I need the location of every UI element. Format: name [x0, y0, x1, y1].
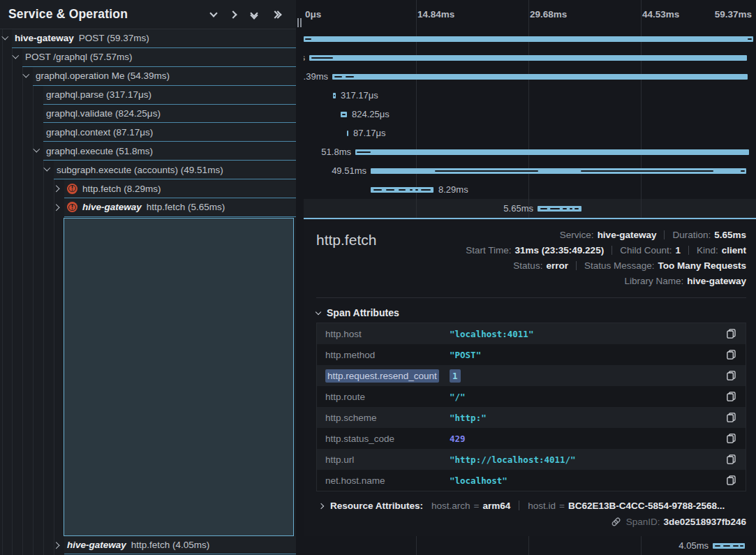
copy-button[interactable] — [725, 369, 737, 382]
copy-button[interactable] — [725, 411, 737, 424]
span-tree-row[interactable]: hive-gatewayPOST (59.37ms) — [12, 29, 296, 48]
attribute-row[interactable]: net.host.name"localhost" — [317, 470, 746, 491]
timeline-row: 8.29ms — [304, 180, 756, 199]
span-id-label: SpanID: — [626, 517, 660, 527]
span-bar[interactable] — [333, 93, 336, 98]
chevron-down-icon[interactable] — [34, 146, 40, 152]
span-tree-row[interactable]: graphql.parse (317.17μs) — [43, 86, 296, 105]
span-tree-panel: hive-gatewayPOST (59.37ms)POST /graphql … — [0, 0, 296, 555]
service-name: hive-gateway — [15, 33, 74, 43]
copy-button[interactable] — [725, 432, 737, 445]
chevron-down-icon[interactable] — [13, 52, 19, 59]
span-bar[interactable] — [538, 206, 581, 212]
attribute-key: http.route — [325, 392, 450, 402]
span-bar[interactable] — [371, 187, 433, 193]
duration-label: 51.8ms — [321, 142, 351, 161]
collapse-one-button[interactable] — [208, 10, 219, 19]
copy-button[interactable] — [725, 327, 737, 340]
resource-attributes-row[interactable]: Resource Attributes: host.arch=arm64host… — [316, 501, 746, 511]
resource-separator — [519, 501, 519, 510]
timeline-row: 51.8ms — [304, 142, 756, 161]
timeline-row: 54.39ms — [304, 67, 756, 86]
span-name: subgraph.execute (accounts) (49.51ms) — [57, 165, 223, 175]
expand-one-button[interactable] — [229, 9, 239, 20]
attribute-row[interactable]: http.scheme"http:" — [317, 407, 746, 428]
duration-label: 49.51ms — [332, 161, 366, 180]
span-tree-row[interactable]: subgraph.execute (accounts) (49.51ms) — [54, 161, 296, 179]
meta-label: Status: — [513, 260, 542, 271]
span-bar[interactable] — [332, 74, 748, 80]
span-tree-row[interactable]: graphql.context (87.17μs) — [43, 123, 296, 142]
attribute-row[interactable]: http.route"/" — [317, 386, 746, 407]
service-name: hive-gateway — [67, 540, 126, 550]
span-tree-row[interactable]: graphql.validate (824.25μs) — [43, 105, 296, 124]
tick-label: 59.37ms — [715, 0, 752, 29]
span-tree-row[interactable]: hive-gatewayhttp.fetch (4.05ms) — [64, 536, 296, 554]
span-tree-row[interactable]: graphql.operation Me (54.39ms) — [33, 67, 296, 86]
self-time-dash — [748, 38, 752, 40]
span-tree-row[interactable]: POST /graphql (57.57ms) — [22, 48, 296, 67]
timeline-row: 317.17μs — [304, 86, 756, 105]
copy-button[interactable] — [725, 453, 737, 466]
span-bar[interactable] — [713, 543, 745, 549]
attribute-row[interactable]: http.url"http://localhost:4011/" — [317, 449, 746, 470]
attribute-key-text: http.url — [325, 454, 354, 465]
span-bar[interactable] — [309, 55, 747, 61]
chevron-right-icon[interactable] — [53, 186, 59, 192]
span-bar[interactable] — [355, 149, 749, 155]
copy-button[interactable] — [725, 474, 737, 487]
chevron-right-icon[interactable] — [53, 542, 59, 549]
self-time-dash — [342, 114, 346, 115]
chevron-down-icon — [316, 309, 321, 315]
copy-button[interactable] — [725, 390, 737, 403]
panel-title: Service & Operation — [8, 7, 198, 22]
chevron-down-icon[interactable] — [23, 71, 29, 77]
span-bar[interactable] — [341, 112, 347, 117]
self-time-dash — [540, 208, 547, 209]
attribute-key-text: net.host.name — [325, 475, 385, 486]
trace-view: hive-gatewayPOST (59.37ms)POST /graphql … — [0, 0, 756, 555]
meta-value: Too Many Requests — [658, 260, 746, 271]
attribute-value: 1 — [450, 371, 725, 381]
attribute-row[interactable]: http.host"localhost:4011" — [317, 323, 746, 344]
panel-resize-handle[interactable] — [296, 0, 304, 555]
double-chevron-right-icon — [272, 12, 281, 17]
span-tree-row[interactable]: http.fetch (8.29ms) — [64, 179, 296, 198]
span-name: POST (59.37ms) — [79, 33, 149, 43]
attribute-value-text: "localhost:4011" — [450, 329, 533, 339]
chevron-right-icon — [229, 10, 237, 18]
chevron-down-icon[interactable] — [2, 34, 8, 40]
span-tree-row[interactable]: graphql.execute (51.8ms) — [43, 142, 296, 161]
span-name: graphql.parse (317.17μs) — [46, 89, 151, 100]
attribute-key-text: http.scheme — [325, 413, 377, 423]
self-time-dash — [357, 151, 371, 153]
duration-label: 57.57ms — [304, 48, 305, 67]
meta-separator — [688, 246, 689, 255]
self-time-dash — [346, 76, 354, 77]
self-time-dash — [305, 38, 311, 40]
self-time-dash — [741, 170, 745, 172]
attribute-row[interactable]: http.request.resend_count1 — [317, 365, 746, 386]
copy-icon — [727, 434, 736, 443]
span-bar[interactable] — [371, 168, 746, 174]
attribute-key-text: http.method — [325, 350, 375, 360]
resource-value: arm64 — [482, 501, 510, 511]
attribute-key: http.method — [325, 350, 450, 360]
attribute-value-text: 429 — [450, 434, 466, 444]
span-attributes-section-header[interactable]: Span Attributes — [316, 307, 746, 318]
chevron-down-icon[interactable] — [44, 165, 50, 171]
span-tree-row[interactable]: hive-gatewayhttp.fetch (5.65ms) — [64, 198, 296, 217]
attribute-value-text: "/" — [450, 392, 466, 402]
expand-all-button[interactable] — [269, 9, 283, 20]
self-time-dash — [723, 545, 730, 547]
attribute-row[interactable]: http.status_code429 — [317, 428, 746, 449]
self-time-dash — [334, 76, 342, 77]
collapse-all-button[interactable] — [249, 8, 260, 21]
copy-button[interactable] — [725, 348, 737, 361]
self-time-dash — [311, 57, 333, 59]
span-bar[interactable] — [304, 36, 753, 42]
attribute-key: http.request.resend_count — [325, 371, 450, 381]
span-bar[interactable] — [347, 131, 348, 136]
attribute-row[interactable]: http.method"POST" — [317, 344, 746, 365]
chevron-right-icon[interactable] — [53, 205, 59, 211]
